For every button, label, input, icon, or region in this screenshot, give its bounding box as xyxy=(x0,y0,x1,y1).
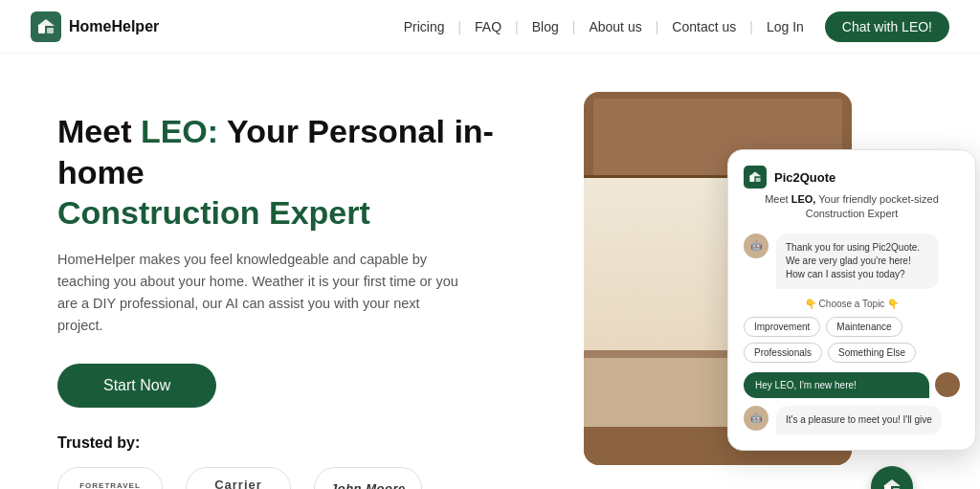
chat-brand: Pic2Quote xyxy=(774,170,835,185)
nav-login[interactable]: Log In xyxy=(757,13,813,40)
svg-marker-2 xyxy=(37,19,55,26)
nav-about[interactable]: About us xyxy=(579,13,651,40)
tag-improvement[interactable]: Improvement xyxy=(744,317,820,337)
headline-construction: Construction Expert xyxy=(57,194,370,231)
chat-tagline: Meet LEO, Your friendly pocket-sized Con… xyxy=(744,192,960,222)
floating-chat-button[interactable] xyxy=(871,466,913,489)
carrier-main-text: Carrier xyxy=(214,478,262,489)
topic-label: 👇 Choose a Topic 👇 xyxy=(744,299,960,309)
chat-user-row: Hey LEO, I'm new here! xyxy=(744,372,960,398)
hero-left: Meet LEO: Your Personal in-home Construc… xyxy=(57,92,526,489)
foretravel-logo: FORETRAVEL MOTORCOACH xyxy=(57,467,163,489)
response-bubble: It's a pleasure to meet you! I'll give xyxy=(776,406,942,434)
svg-rect-1 xyxy=(47,28,54,33)
chat-card: Pic2Quote Meet LEO, Your friendly pocket… xyxy=(727,149,976,451)
svg-rect-0 xyxy=(38,25,45,33)
svg-rect-4 xyxy=(756,178,761,182)
tag-maintenance[interactable]: Maintenance xyxy=(826,317,902,337)
user-bubble: Hey LEO, I'm new here! xyxy=(744,372,929,398)
johnmoore-logo: John Moore xyxy=(314,467,422,489)
hero-right: Pic2Quote Meet LEO, Your friendly pocket… xyxy=(565,92,923,489)
headline-leo: LEO: xyxy=(141,113,218,149)
logo-icon xyxy=(31,11,61,42)
johnmoore-text: John Moore xyxy=(330,481,406,489)
tag-professionals[interactable]: Professionals xyxy=(744,343,822,363)
headline-pre: Meet xyxy=(57,113,141,149)
chat-bot-message: 🤖 Thank you for using Pic2Quote. We are … xyxy=(744,233,960,289)
start-now-button[interactable]: Start Now xyxy=(57,364,216,408)
bot-avatar: 🤖 xyxy=(744,233,768,258)
nav-div-3: | xyxy=(572,19,576,34)
chat-response-row: 🤖 It's a pleasure to meet you! I'll give xyxy=(744,406,960,434)
main-content: Meet LEO: Your Personal in-home Construc… xyxy=(0,54,980,489)
nav-pricing[interactable]: Pricing xyxy=(394,13,455,40)
hero-subtext: HomeHelper makes you feel knowledgeable … xyxy=(57,249,459,338)
logo-area: HomeHelper xyxy=(31,11,159,42)
carrier-logo: Carrier turn to the experts xyxy=(186,467,291,489)
nav-blog[interactable]: Blog xyxy=(523,13,568,40)
bot-avatar-2: 🤖 xyxy=(744,406,768,431)
logo-text: HomeHelper xyxy=(69,18,159,35)
main-nav: Pricing | FAQ | Blog | About us | Contac… xyxy=(394,11,949,42)
chat-card-logo xyxy=(744,166,767,189)
nav-div-4: | xyxy=(656,19,659,34)
nav-div-2: | xyxy=(515,19,519,34)
nav-contact[interactable]: Contact us xyxy=(662,13,746,40)
trusted-label: Trusted by: xyxy=(57,434,526,452)
hero-headline: Meet LEO: Your Personal in-home Construc… xyxy=(57,111,526,233)
chat-tagline-pre: Meet xyxy=(765,193,791,205)
tag-something-else[interactable]: Something Else xyxy=(828,343,916,363)
bot-bubble: Thank you for using Pic2Quote. We are ve… xyxy=(776,233,939,289)
chat-card-header: Pic2Quote xyxy=(744,166,960,189)
chat-tags: Improvement Maintenance Professionals So… xyxy=(744,317,960,363)
header: HomeHelper Pricing | FAQ | Blog | About … xyxy=(0,0,980,54)
svg-marker-8 xyxy=(883,479,901,486)
trusted-logos: FORETRAVEL MOTORCOACH Carrier turn to th… xyxy=(57,467,526,489)
chat-tagline-leo: LEO, xyxy=(791,193,816,205)
nav-div-1: | xyxy=(457,19,461,34)
svg-rect-3 xyxy=(749,176,754,182)
float-btn-icon xyxy=(882,478,902,489)
user-avatar xyxy=(935,372,960,397)
nav-div-5: | xyxy=(749,19,753,34)
chat-with-leo-button[interactable]: Chat with LEO! xyxy=(825,11,949,42)
foretravel-main-text: FORETRAVEL xyxy=(79,481,141,489)
chat-tagline-rest: Your friendly pocket-sized Construction … xyxy=(806,193,939,219)
nav-faq[interactable]: FAQ xyxy=(465,13,511,40)
svg-marker-5 xyxy=(749,171,762,176)
